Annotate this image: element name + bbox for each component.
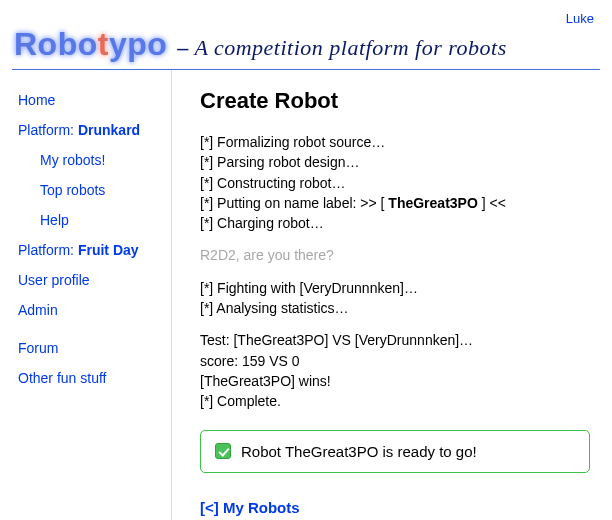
sidebar-item-platform-fruitday[interactable]: Platform: Fruit Day bbox=[18, 242, 165, 258]
log-line: [*] Charging robot… bbox=[200, 213, 590, 233]
sidebar-item-admin[interactable]: Admin bbox=[18, 302, 165, 318]
log-line: [*] Fighting with [VeryDrunnnken]… bbox=[200, 278, 590, 298]
sidebar-item-user-profile[interactable]: User profile bbox=[18, 272, 165, 288]
sidebar-item-other-fun[interactable]: Other fun stuff bbox=[18, 370, 165, 386]
log-line: [*] Putting on name label: >> [ TheGreat… bbox=[200, 193, 590, 213]
sidebar: Home Platform: Drunkard My robots! Top r… bbox=[12, 70, 172, 520]
header: Robotypo – A competition platform for ro… bbox=[12, 26, 600, 70]
page-title: Create Robot bbox=[200, 88, 590, 114]
log-line: Test: [TheGreat3PO] VS [VeryDrunnnken]… bbox=[200, 330, 590, 350]
sidebar-item-help[interactable]: Help bbox=[18, 212, 165, 228]
success-box: Robot TheGreat3PO is ready to go! bbox=[200, 430, 590, 473]
sidebar-item-home[interactable]: Home bbox=[18, 92, 165, 108]
sidebar-item-my-robots[interactable]: My robots! bbox=[18, 152, 165, 168]
sidebar-item-forum[interactable]: Forum bbox=[18, 340, 165, 356]
log-line: [*] Formalizing robot source… bbox=[200, 132, 590, 152]
my-robots-link[interactable]: [<] My Robots bbox=[200, 499, 300, 516]
sidebar-item-platform-drunkard[interactable]: Platform: Drunkard bbox=[18, 122, 165, 138]
main-content: Create Robot [*] Formalizing robot sourc… bbox=[172, 70, 600, 520]
log-line: score: 159 VS 0 bbox=[200, 351, 590, 371]
user-link[interactable]: Luke bbox=[566, 11, 594, 26]
sidebar-item-top-robots[interactable]: Top robots bbox=[18, 182, 165, 198]
log-line-easter: R2D2, are you there? bbox=[200, 245, 590, 265]
check-icon bbox=[215, 443, 231, 459]
success-text: Robot TheGreat3PO is ready to go! bbox=[241, 443, 477, 460]
log-line: [*] Complete. bbox=[200, 391, 590, 411]
tagline: – A competition platform for robots bbox=[177, 35, 506, 61]
log-line: [*] Parsing robot design… bbox=[200, 152, 590, 172]
logo: Robotypo bbox=[14, 26, 167, 63]
log-line: [*] Analysing statistics… bbox=[200, 298, 590, 318]
log-line: [TheGreat3PO] wins! bbox=[200, 371, 590, 391]
log-line: [*] Constructing robot… bbox=[200, 173, 590, 193]
build-log: [*] Formalizing robot source… [*] Parsin… bbox=[200, 132, 590, 412]
